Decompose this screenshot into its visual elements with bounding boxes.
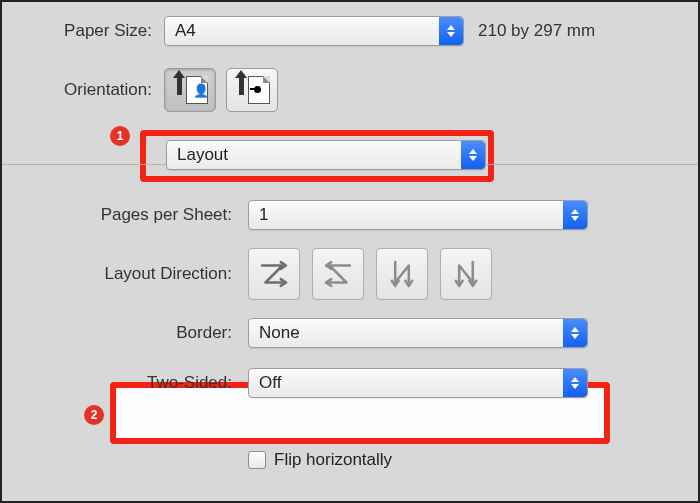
layout-z-icon	[257, 257, 291, 291]
layout-direction-reverse-n-button[interactable]	[440, 248, 492, 300]
arrow-up-icon	[239, 75, 244, 95]
layout-rn-icon	[449, 257, 483, 291]
layout-direction-label: Layout Direction:	[22, 264, 232, 284]
two-sided-dropdown[interactable]: Off	[248, 368, 588, 398]
orientation-landscape-button[interactable]	[226, 68, 278, 112]
print-section-value: Layout	[167, 145, 461, 165]
print-section-dropdown[interactable]: Layout	[166, 140, 486, 170]
pages-per-sheet-label: Pages per Sheet:	[22, 205, 232, 225]
paper-size-dropdown[interactable]: A4	[164, 16, 464, 46]
layout-direction-n-button[interactable]	[376, 248, 428, 300]
annotation-badge-1: 1	[110, 126, 130, 146]
paper-dimensions-text: 210 by 297 mm	[478, 21, 595, 41]
arrow-up-icon	[177, 75, 182, 95]
two-sided-value: Off	[249, 373, 563, 393]
two-sided-label: Two-Sided:	[22, 373, 232, 393]
orientation-portrait-button[interactable]: 👤	[164, 68, 216, 112]
chevron-updown-icon	[439, 17, 463, 45]
chevron-updown-icon	[461, 141, 485, 169]
page-portrait-icon: 👤	[186, 76, 208, 104]
orientation-label: Orientation:	[22, 80, 152, 100]
layout-s-icon	[321, 257, 355, 291]
layout-direction-s-button[interactable]	[312, 248, 364, 300]
chevron-updown-icon	[563, 201, 587, 229]
chevron-updown-icon	[563, 319, 587, 347]
paper-size-value: A4	[165, 21, 439, 41]
reverse-page-orientation-checkbox[interactable]	[248, 422, 266, 440]
page-landscape-icon	[248, 76, 270, 104]
chevron-updown-icon	[563, 369, 587, 397]
paper-size-label: Paper Size:	[22, 21, 152, 41]
border-value: None	[249, 323, 563, 343]
annotation-badge-2: 2	[84, 405, 104, 425]
flip-horizontally-checkbox[interactable]	[248, 451, 266, 469]
layout-direction-z-button[interactable]	[248, 248, 300, 300]
border-label: Border:	[22, 323, 232, 343]
pages-per-sheet-dropdown[interactable]: 1	[248, 200, 588, 230]
border-dropdown[interactable]: None	[248, 318, 588, 348]
pages-per-sheet-value: 1	[249, 205, 563, 225]
layout-n-icon	[385, 257, 419, 291]
flip-horizontally-label: Flip horizontally	[274, 450, 392, 470]
